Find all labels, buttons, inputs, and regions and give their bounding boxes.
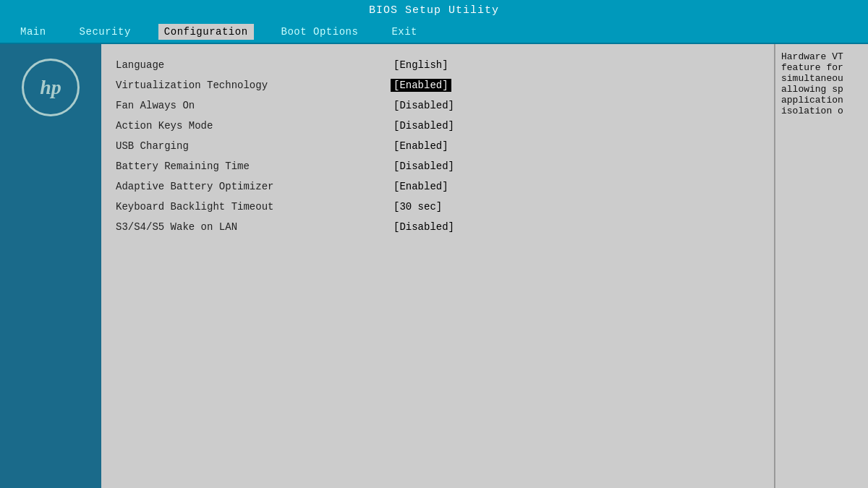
setting-value-usb: [Enabled]	[391, 140, 451, 153]
setting-row-battery-time[interactable]: Battery Remaining Time [Disabled]	[116, 156, 760, 176]
info-text: Hardware VT feature for simultaneou allo…	[781, 51, 843, 116]
setting-label-battery-time: Battery Remaining Time	[116, 160, 391, 172]
setting-row-action-keys[interactable]: Action Keys Mode [Disabled]	[116, 116, 760, 136]
nav-main[interactable]: Main	[14, 24, 52, 40]
setting-label-wake-lan: S3/S4/S5 Wake on LAN	[116, 221, 391, 233]
setting-label-vt: Virtualization Technology	[116, 80, 391, 91]
setting-row-wake-lan[interactable]: S3/S4/S5 Wake on LAN [Disabled]	[116, 217, 760, 237]
nav-boot-options[interactable]: Boot Options	[276, 24, 365, 40]
setting-value-battery-time: [Disabled]	[391, 160, 457, 173]
setting-row-backlight[interactable]: Keyboard Backlight Timeout [30 sec]	[116, 197, 760, 217]
setting-row-vt[interactable]: Virtualization Technology [Enabled]	[116, 75, 760, 95]
info-panel: Hardware VT feature for simultaneou allo…	[774, 44, 868, 488]
bios-title: BIOS Setup Utility	[0, 0, 868, 21]
setting-label-backlight: Keyboard Backlight Timeout	[116, 201, 391, 213]
logo-panel: hp	[0, 44, 101, 488]
hp-logo: hp	[22, 59, 80, 116]
content-area: hp Language [English] Virtualization Tec…	[0, 44, 868, 488]
setting-label-fan: Fan Always On	[116, 100, 391, 111]
title-text: BIOS Setup Utility	[369, 4, 499, 17]
setting-value-fan: [Disabled]	[391, 99, 457, 112]
setting-value-language: [English]	[391, 59, 451, 72]
setting-label-battery-optimizer: Adaptive Battery Optimizer	[116, 181, 391, 192]
setting-value-action-keys: [Disabled]	[391, 119, 457, 132]
setting-row-fan[interactable]: Fan Always On [Disabled]	[116, 95, 760, 116]
nav-security[interactable]: Security	[74, 24, 137, 40]
setting-label-action-keys: Action Keys Mode	[116, 120, 391, 132]
setting-value-backlight: [30 sec]	[391, 200, 445, 213]
nav-exit[interactable]: Exit	[386, 24, 423, 40]
setting-label-usb: USB Charging	[116, 140, 391, 152]
nav-configuration[interactable]: Configuration	[158, 24, 254, 40]
setting-row-usb[interactable]: USB Charging [Enabled]	[116, 136, 760, 156]
settings-panel: Language [English] Virtualization Techno…	[101, 44, 774, 488]
setting-value-vt: [Enabled]	[391, 79, 451, 92]
setting-label-language: Language	[116, 59, 391, 71]
nav-bar: Main Security Configuration Boot Options…	[0, 21, 868, 44]
setting-row-language[interactable]: Language [English]	[116, 55, 760, 75]
setting-value-wake-lan: [Disabled]	[391, 221, 457, 234]
setting-value-battery-optimizer: [Enabled]	[391, 180, 451, 193]
setting-row-battery-optimizer[interactable]: Adaptive Battery Optimizer [Enabled]	[116, 176, 760, 197]
